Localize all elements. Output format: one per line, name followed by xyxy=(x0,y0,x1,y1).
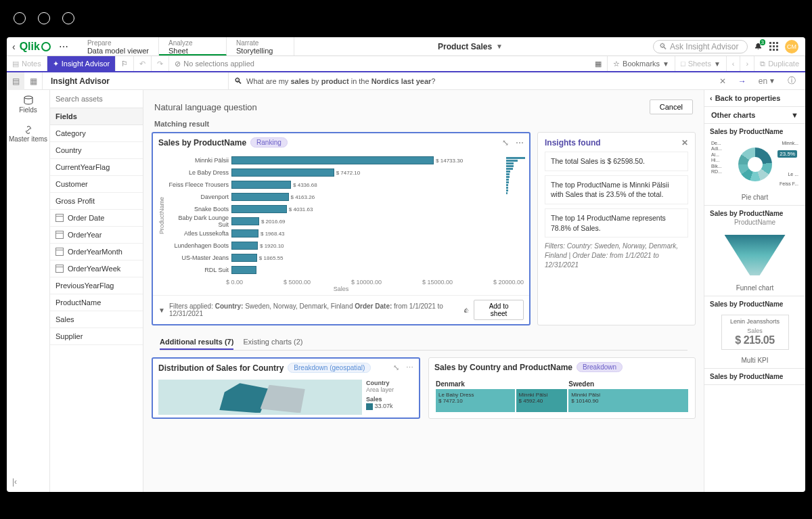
window-dot[interactable] xyxy=(62,12,74,24)
bar-value-label: $ 1865.55 xyxy=(259,255,284,261)
selections-bar: ⊘ No selections applied xyxy=(169,60,589,68)
toolbar: ▤ Notes ✦ Insight Advisor ⚐ ↶ ↷ ⊘ No sel… xyxy=(7,56,805,72)
treemap-visualization[interactable]: Denmark Le Baby Dress$ 7472.10 Minnki Pä… xyxy=(429,376,695,416)
field-label: Gross Profit xyxy=(55,197,95,205)
insight-item: The top ProductName is Minnki Pälsii wit… xyxy=(545,175,688,204)
bar-row[interactable]: US-Master Jeans$ 1865.55 xyxy=(166,252,506,264)
calendar-icon xyxy=(55,214,64,222)
expand-icon[interactable]: ⤡ xyxy=(393,363,399,372)
field-item[interactable]: OrderYearMonth xyxy=(50,244,143,261)
window-dot[interactable] xyxy=(38,12,50,24)
nl-query-bar[interactable]: 🔍︎ What are my sales by product in the N… xyxy=(229,75,805,87)
selection-tool-1[interactable]: ⚐ xyxy=(116,56,134,71)
insight-advisor-button[interactable]: ✦ Insight Advisor xyxy=(47,56,116,71)
chevron-down-icon: ▼ xyxy=(496,43,503,50)
field-item[interactable]: Supplier xyxy=(50,328,143,345)
card-view-button[interactable]: ▦ xyxy=(24,72,42,90)
bar-row[interactable]: Lundenhagen Boots$ 1920.10 xyxy=(166,240,506,252)
bar-row[interactable]: Le Baby Dress$ 7472.10 xyxy=(166,166,506,179)
field-label: ProductName xyxy=(55,298,101,307)
bookmarks-button[interactable]: ☆ Bookmarks ▼ xyxy=(608,56,675,71)
field-item[interactable]: Gross Profit xyxy=(50,193,143,210)
back-to-properties[interactable]: ‹ Back to properties xyxy=(704,90,805,107)
more-icon[interactable]: ⋯ xyxy=(516,138,524,148)
pie-chart-icon xyxy=(738,148,772,181)
x-axis-ticks: $ 0.00$ 5000.00$ 10000.00$ 15000.00$ 200… xyxy=(153,277,529,286)
bar-row[interactable]: Davenport$ 4163.26 xyxy=(166,191,506,203)
filters-applied: Filters applied: Country: Sweden, Norway… xyxy=(169,302,455,317)
bar-row[interactable]: Snake Boots$ 4031.63 xyxy=(166,203,506,215)
window-dot[interactable] xyxy=(14,12,26,24)
more-icon[interactable]: ⋯ xyxy=(406,363,413,372)
bar-row[interactable]: Minnki Pälsii$ 14733.30 xyxy=(166,154,506,166)
map-visualization[interactable] xyxy=(158,380,362,415)
notes-button[interactable]: ▤ Notes xyxy=(7,56,47,71)
field-item[interactable]: PreviousYearFlag xyxy=(50,277,143,294)
bar-category: Davenport xyxy=(166,194,231,200)
tab-existing-charts[interactable]: Existing charts (2) xyxy=(243,335,302,350)
bar-category: Le Baby Dress xyxy=(166,169,231,176)
search-assets-input[interactable] xyxy=(55,95,137,103)
field-item[interactable]: OrderYear xyxy=(50,227,143,244)
field-item[interactable]: Category xyxy=(50,125,143,142)
suggestion-extra[interactable]: Sales by ProductName xyxy=(704,369,805,385)
step-forward-button[interactable]: ↷ xyxy=(152,56,169,71)
language-selector[interactable]: en ▼ xyxy=(754,76,780,86)
field-item[interactable]: OrderYearWeek xyxy=(50,261,143,277)
clear-query-button[interactable]: ✕ xyxy=(715,76,730,86)
chevron-down-icon: ▼ xyxy=(791,111,798,119)
collapse-rail-button[interactable]: |‹ xyxy=(7,472,49,492)
back-icon[interactable]: ‹ xyxy=(12,41,16,52)
global-search[interactable]: 🔍︎ Ask Insight Advisor xyxy=(653,40,748,53)
rail-fields[interactable]: Fields xyxy=(7,90,49,119)
field-item[interactable]: ProductName xyxy=(50,294,143,311)
sheets-button[interactable]: □ Sheets ▼ xyxy=(675,56,727,71)
thumbs-up-icon[interactable]: 👍︎ xyxy=(463,307,470,314)
qlik-logo[interactable]: Qlik xyxy=(20,41,51,53)
app-launcher-icon[interactable] xyxy=(769,42,778,51)
bar xyxy=(231,193,289,201)
prev-sheet-button[interactable]: ‹ xyxy=(727,56,741,71)
more-icon[interactable]: ⋯ xyxy=(55,41,72,52)
bar-row[interactable]: RDL Suit xyxy=(166,264,506,276)
bar-row[interactable]: Atles Lussekofta$ 1968.43 xyxy=(166,227,506,240)
nav-tab-narrate[interactable]: Narrate Storytelling xyxy=(227,37,294,55)
add-to-sheet-button[interactable]: Add to sheet xyxy=(474,300,524,320)
field-item[interactable]: Order Date xyxy=(50,210,143,227)
field-item[interactable]: Sales xyxy=(50,311,143,328)
tree-cell[interactable]: Minnki Pälsi$ 4592.40 xyxy=(516,389,568,412)
bar-row[interactable]: Baby Dark Lounge Suit$ 2016.69 xyxy=(166,215,506,227)
nav-tab-analyze[interactable]: Analyze Sheet xyxy=(159,37,227,55)
step-back-button[interactable]: ↶ xyxy=(134,56,152,71)
tree-cell[interactable]: Minnki Pälsi$ 10140.90 xyxy=(568,389,688,412)
tree-cell[interactable]: Le Baby Dress$ 7472.10 xyxy=(436,389,515,412)
cancel-button[interactable]: Cancel xyxy=(650,99,693,114)
help-icon[interactable]: ⓘ xyxy=(784,75,800,87)
suggestion-funnel[interactable]: Sales by ProductName ProductName Funnel … xyxy=(704,206,805,296)
bar-category: US-Master Jeans xyxy=(166,254,231,261)
field-item[interactable]: Customer xyxy=(50,176,143,193)
rail-master-items[interactable]: Master items xyxy=(7,119,49,148)
grid-view-button[interactable]: ▦ xyxy=(589,56,608,71)
bar-category: Atles Lussekofta xyxy=(166,230,231,237)
list-view-button[interactable]: ▤ xyxy=(7,72,24,90)
notif-badge: 3 xyxy=(760,39,765,45)
next-sheet-button[interactable]: › xyxy=(740,56,754,71)
close-icon[interactable]: ✕ xyxy=(681,138,688,148)
document-title[interactable]: Product Sales ▼ xyxy=(294,37,646,55)
suggestion-pie[interactable]: Sales by ProductName 23.5% De...Adi...Ai… xyxy=(704,124,805,206)
insight-item: The top 14 ProductName represents 78.8% … xyxy=(545,208,688,238)
notifications-icon[interactable]: 🔔︎ 3 xyxy=(754,42,763,51)
suggestion-kpi[interactable]: Sales by ProductName Lenin Jeansshorts S… xyxy=(704,296,805,369)
field-item[interactable]: CurrentYearFlag xyxy=(50,159,143,176)
tab-additional-results[interactable]: Additional results (7) xyxy=(160,335,233,350)
user-avatar[interactable]: CM xyxy=(785,40,798,53)
mini-scroll-legend[interactable] xyxy=(506,154,525,276)
field-item[interactable]: Country xyxy=(50,142,143,159)
nav-tab-prepare[interactable]: Prepare Data model viewer xyxy=(78,37,159,55)
duplicate-button[interactable]: ⧉ Duplicate xyxy=(754,56,805,71)
bar-row[interactable]: Feiss Fleece Trousers$ 4336.68 xyxy=(166,179,506,191)
expand-icon[interactable]: ⤡ xyxy=(502,138,509,148)
other-charts-section[interactable]: Other charts▼ xyxy=(704,107,805,124)
submit-query-button[interactable]: → xyxy=(734,76,750,86)
